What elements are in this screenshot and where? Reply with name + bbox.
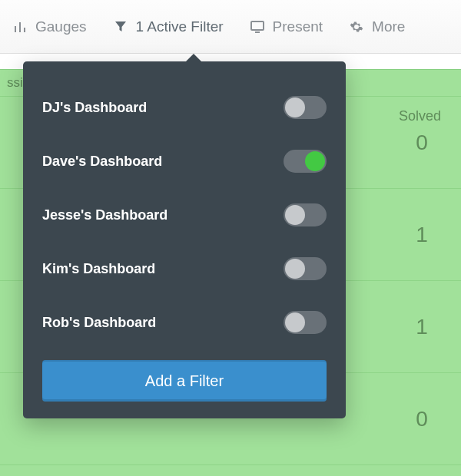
filter-toggle[interactable] bbox=[284, 150, 327, 173]
filter-item-label: Rob's Dashboard bbox=[42, 315, 156, 331]
filter-toggle[interactable] bbox=[284, 257, 327, 280]
bar-chart-icon bbox=[12, 19, 28, 35]
svg-rect-3 bbox=[251, 21, 264, 30]
filter-item-label: DJ's Dashboard bbox=[42, 100, 147, 116]
toolbar-gauges[interactable]: Gauges bbox=[12, 18, 87, 35]
toolbar: Gauges 1 Active Filter Present More bbox=[0, 0, 461, 54]
filter-item: Jesse's Dashboard bbox=[42, 188, 327, 242]
toolbar-more[interactable]: More bbox=[349, 18, 405, 35]
filter-toggle[interactable] bbox=[284, 203, 327, 226]
display-icon bbox=[250, 19, 265, 35]
funnel-icon bbox=[113, 19, 128, 35]
filter-item-label: Dave's Dashboard bbox=[42, 154, 162, 170]
toggle-knob bbox=[305, 151, 325, 171]
toggle-knob bbox=[285, 205, 305, 225]
toolbar-present[interactable]: Present bbox=[250, 18, 323, 35]
filter-item: Rob's Dashboard bbox=[42, 296, 327, 349]
toggle-knob bbox=[285, 98, 305, 117]
toggle-knob bbox=[285, 259, 305, 279]
filter-item-label: Jesse's Dashboard bbox=[42, 207, 167, 223]
filter-item-label: Kim's Dashboard bbox=[42, 261, 155, 277]
solved-value: 1 bbox=[376, 223, 461, 247]
toolbar-filter[interactable]: 1 Active Filter bbox=[113, 18, 224, 35]
filter-toggle[interactable] bbox=[284, 311, 327, 334]
solved-value: 0 bbox=[376, 407, 461, 431]
filter-item: Kim's Dashboard bbox=[42, 242, 327, 296]
solved-value: 1 bbox=[376, 315, 461, 339]
add-filter-button[interactable]: Add a Filter bbox=[42, 360, 327, 402]
filter-toggle[interactable] bbox=[284, 96, 327, 119]
toolbar-gauges-label: Gauges bbox=[35, 18, 87, 35]
filter-item: DJ's Dashboard bbox=[42, 81, 327, 134]
toolbar-present-label: Present bbox=[273, 18, 323, 35]
filter-dropdown: DJ's DashboardDave's DashboardJesse's Da… bbox=[23, 61, 346, 418]
toggle-knob bbox=[285, 312, 305, 332]
filter-item: Dave's Dashboard bbox=[42, 134, 327, 188]
toolbar-more-label: More bbox=[372, 18, 405, 35]
solved-value: 0 bbox=[376, 131, 461, 155]
toolbar-filter-label: 1 Active Filter bbox=[136, 18, 224, 35]
gear-icon bbox=[349, 19, 364, 35]
